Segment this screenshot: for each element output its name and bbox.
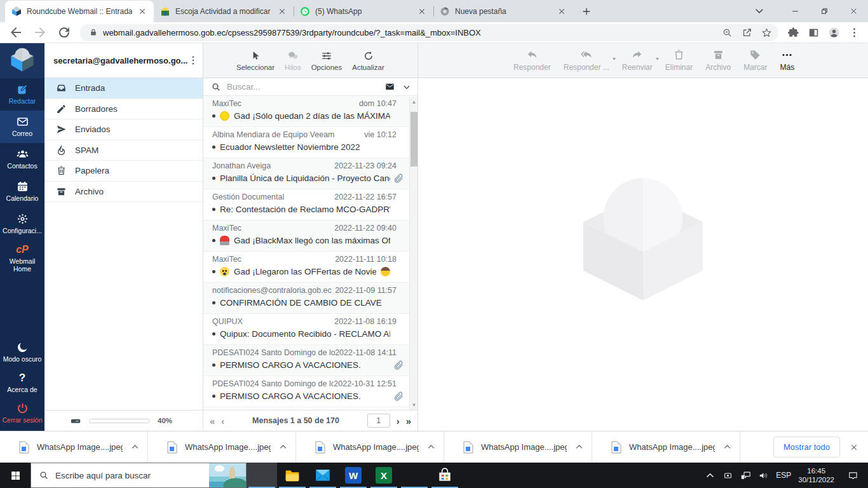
mail-toolbar-button[interactable]: Reenviar [622, 49, 653, 72]
folder-options-icon[interactable] [187, 55, 199, 66]
back-button[interactable] [8, 25, 24, 40]
message-row[interactable]: QUIPUX 2022-11-08 16:19 Quipux: Document… [203, 314, 409, 345]
tab-close-icon[interactable] [557, 6, 567, 17]
lock-icon[interactable] [89, 28, 98, 37]
maximize-button[interactable] [810, 0, 839, 22]
scrollbar-down-arrow[interactable]: ▼ [410, 401, 418, 409]
minimize-button[interactable] [780, 0, 810, 22]
zoom-icon[interactable] [722, 27, 733, 38]
message-row[interactable]: PDESATI024 Santo Domingo de los... 2022-… [203, 376, 409, 407]
page-number-input[interactable] [367, 414, 390, 428]
language-indicator[interactable]: ESP [776, 471, 791, 480]
mail-toolbar-button[interactable]: Responder ... [564, 49, 609, 72]
show-all-downloads-button[interactable]: Mostrar todo [773, 437, 840, 458]
message-row[interactable]: Gestión Documental 2022-11-22 16:57 Re: … [203, 189, 409, 220]
browser-tab[interactable]: Nueva pestaña [433, 1, 573, 22]
taskbar-app-button[interactable] [277, 463, 308, 488]
prev-page-button[interactable]: ‹ [221, 416, 224, 426]
tray-overflow-chevron-icon[interactable] [705, 470, 715, 481]
network-icon[interactable] [740, 470, 751, 481]
message-row[interactable]: MaxiTec 2022-11-22 09:40 Gad ¡BlackMax l… [203, 220, 409, 252]
download-item[interactable]: WhatsApp Image....jpeg [0, 431, 148, 463]
message-row[interactable]: Jonathan Aveiga 2022-11-23 09:24 Planill… [203, 158, 409, 189]
browser-tab[interactable]: Roundcube Webmail :: Entrada [5, 1, 154, 22]
download-item[interactable]: WhatsApp Image....jpeg [148, 431, 296, 463]
mail-toolbar-button[interactable]: Archivo [705, 49, 731, 72]
folder-row[interactable]: SPAM [44, 140, 203, 161]
message-list-scrollbar[interactable]: ▲ ▼ [409, 97, 417, 410]
volume-icon[interactable] [758, 470, 769, 481]
folder-row[interactable]: Archivo [44, 182, 203, 203]
url-text[interactable]: webmail.gadvallehermoso.gob.ec/cpsess295… [103, 28, 717, 37]
list-toolbar-button[interactable]: Actualizar [352, 50, 384, 71]
list-toolbar-button[interactable]: Opciones [311, 50, 342, 71]
side-panel-icon[interactable] [808, 27, 820, 39]
taskbar-app-button[interactable] [430, 463, 460, 488]
taskbar-search-input[interactable] [55, 471, 209, 480]
rail-item[interactable]: ? Acerca de [0, 367, 44, 398]
download-menu-chevron-icon[interactable] [426, 442, 436, 452]
download-item[interactable]: WhatsApp Image....jpeg [592, 431, 740, 463]
close-button[interactable] [839, 0, 868, 22]
search-input[interactable] [227, 82, 384, 92]
profile-avatar[interactable] [828, 27, 840, 39]
downloads-close-icon[interactable] [849, 442, 859, 452]
rail-item[interactable]: Modo oscuro [0, 337, 44, 367]
taskbar-app-button[interactable] [308, 463, 338, 488]
rail-item[interactable]: Configuraci... [0, 208, 44, 240]
scrollbar-thumb[interactable] [410, 112, 417, 166]
rail-item[interactable]: Calendario [0, 175, 44, 208]
reload-button[interactable] [57, 25, 72, 40]
search-icon[interactable] [211, 82, 221, 92]
download-menu-chevron-icon[interactable] [130, 442, 140, 452]
rail-item[interactable]: Redactar [0, 78, 44, 111]
taskbar-app-button[interactable] [247, 463, 277, 488]
last-page-button[interactable]: » [406, 416, 411, 426]
browser-menu-icon[interactable] [848, 27, 860, 39]
rail-item[interactable]: Correo [0, 111, 44, 143]
rail-item[interactable]: Contactos [0, 143, 44, 175]
mail-toolbar-button[interactable]: Más [780, 49, 795, 72]
search-scope-icon[interactable] [384, 82, 396, 92]
message-row[interactable]: MaxiTec dom 10:47 Gad ¡Sólo quedan 2 día… [203, 96, 409, 127]
browser-tab[interactable]: (5) WhatsApp [294, 1, 433, 22]
search-highlight-image[interactable] [209, 463, 246, 487]
dropdown-caret-icon[interactable] [654, 55, 661, 62]
screen-capture-icon[interactable] [722, 470, 733, 481]
bookmark-star-icon[interactable] [761, 27, 772, 38]
taskbar-app-button[interactable]: W [338, 463, 369, 488]
taskbar-app-button[interactable]: X [369, 463, 399, 488]
taskbar-app-button[interactable] [399, 463, 430, 488]
next-page-button[interactable]: › [397, 416, 400, 426]
list-toolbar-button[interactable]: Seleccionar [236, 50, 275, 71]
tab-close-icon[interactable] [137, 6, 147, 17]
tab-close-icon[interactable] [277, 6, 287, 17]
message-row[interactable]: PDESATI024 Santo Domingo de los... 2022-… [203, 345, 409, 376]
message-row[interactable]: notificaciones@contraloria.gob.ec 2022-1… [203, 283, 409, 314]
download-item[interactable]: WhatsApp Image....jpeg [296, 431, 444, 463]
message-row[interactable]: Albina Mendiara de Equipo Veeam vie 10:1… [203, 127, 409, 158]
taskbar-search[interactable] [31, 463, 247, 488]
address-bar[interactable]: webmail.gadvallehermoso.gob.ec/cpsess295… [80, 24, 778, 41]
rail-item[interactable]: Cerrar sesión [0, 398, 44, 428]
share-icon[interactable] [742, 27, 752, 38]
extensions-icon[interactable] [787, 27, 799, 39]
search-options-chevron-icon[interactable] [402, 83, 411, 92]
folder-row[interactable]: Entrada [44, 78, 203, 99]
folder-row[interactable]: Borradores [44, 99, 203, 120]
mail-toolbar-button[interactable]: Marcar [743, 49, 767, 72]
first-page-button[interactable]: « [210, 416, 215, 426]
scrollbar-up-arrow[interactable]: ▲ [410, 98, 418, 105]
tab-search-chevron-icon[interactable] [754, 5, 765, 17]
taskbar-clock[interactable]: 16:45 30/11/2022 [798, 466, 834, 485]
start-button[interactable] [0, 463, 31, 488]
list-toolbar-button[interactable]: Hilos [285, 50, 301, 71]
folder-row[interactable]: Enviados [44, 119, 203, 140]
mail-toolbar-button[interactable]: Eliminar [665, 49, 693, 72]
download-menu-chevron-icon[interactable] [278, 442, 288, 452]
forward-button[interactable] [32, 25, 48, 40]
dropdown-caret-icon[interactable] [611, 55, 618, 62]
action-center-icon[interactable] [848, 470, 858, 481]
message-row[interactable]: MaxiTec 2022-11-11 10:18 Gad ¡Llegaron l… [203, 252, 409, 283]
download-menu-chevron-icon[interactable] [574, 442, 584, 452]
